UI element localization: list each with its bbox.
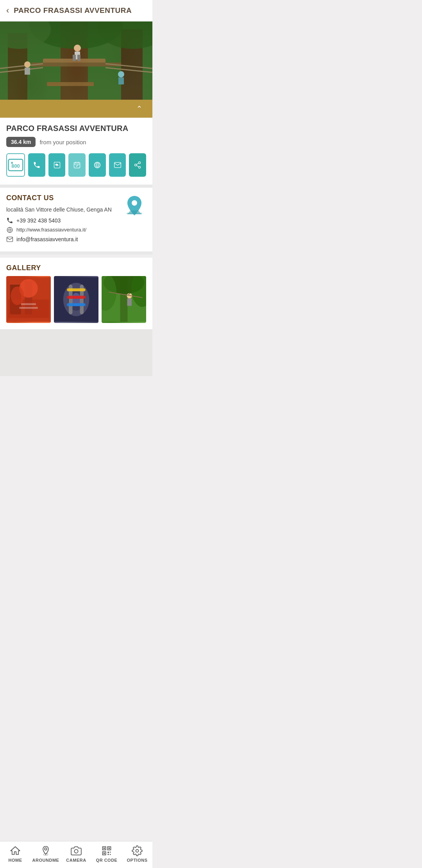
svg-rect-43	[127, 213, 142, 214]
phone-icon	[33, 161, 41, 169]
svg-text:800: 800	[11, 163, 20, 169]
bottom-space	[0, 329, 152, 376]
phone-800-icon: 800	[7, 156, 24, 174]
map-icon-container[interactable]	[123, 194, 146, 219]
contact-website-row: http://www.frasassiavventura.it/	[6, 226, 123, 233]
content-card: PARCO FRASASSI AVVENTURA 36.4 km from yo…	[0, 118, 152, 185]
gallery-thumb-1[interactable]	[6, 276, 51, 323]
svg-line-37	[136, 165, 139, 167]
contact-section: CONTACT US località San Vittore delle Ch…	[0, 188, 152, 251]
action-buttons: 800	[6, 153, 146, 177]
gallery-section: GALLERY	[0, 258, 152, 329]
svg-rect-60	[67, 303, 86, 306]
svg-rect-21	[118, 77, 124, 84]
gallery-thumb-2[interactable]	[54, 276, 98, 323]
hero-svg	[0, 22, 152, 100]
social-share-icon	[134, 161, 141, 169]
svg-rect-18	[25, 68, 30, 75]
svg-point-20	[118, 71, 124, 77]
globe-contact-icon	[6, 226, 13, 233]
svg-rect-67	[127, 298, 132, 306]
gallery-image-1-svg	[6, 276, 51, 323]
contact-phone-row: +39 392 438 5403	[6, 217, 123, 224]
share-alt-icon	[53, 161, 61, 169]
gallery-image-2-svg	[54, 276, 98, 323]
gallery-image-3-svg	[102, 276, 146, 323]
header-title: PARCO FRASASSI AVVENTURA	[14, 6, 132, 15]
distance-badge: 36.4 km	[6, 137, 36, 147]
scroll-up-button[interactable]: ⌃	[132, 103, 146, 115]
phone-contact-icon	[6, 217, 13, 224]
svg-rect-51	[19, 307, 38, 309]
section-divider-2	[0, 251, 152, 255]
svg-point-36	[139, 166, 141, 168]
contact-info: CONTACT US località San Vittore delle Ch…	[6, 194, 123, 245]
btn-globe[interactable]	[89, 153, 106, 177]
email-contact-icon	[6, 236, 13, 243]
svg-point-42	[132, 200, 137, 206]
contact-address: località San Vittore delle Chiuse, Genga…	[6, 206, 123, 214]
contact-section-title: CONTACT US	[6, 194, 123, 202]
btn-social-share[interactable]	[129, 153, 146, 177]
svg-rect-41	[7, 237, 13, 242]
btn-phone[interactable]	[28, 153, 45, 177]
svg-rect-25	[74, 162, 80, 168]
svg-line-38	[136, 163, 139, 164]
svg-rect-11	[73, 55, 76, 61]
distance-text: from your position	[39, 139, 86, 145]
contact-website[interactable]: http://www.frasassiavventura.it/	[16, 227, 86, 233]
gallery-grid	[6, 276, 146, 323]
section-divider-1	[0, 185, 152, 188]
btn-calendar[interactable]	[68, 153, 86, 177]
svg-rect-50	[21, 303, 36, 305]
svg-rect-58	[67, 288, 86, 291]
map-large-icon	[123, 194, 146, 217]
svg-point-35	[135, 164, 137, 166]
scroll-up-bar: ⌃	[0, 100, 152, 118]
svg-point-49	[11, 286, 24, 305]
svg-rect-33	[114, 162, 121, 167]
hero-image	[0, 22, 152, 100]
btn-email[interactable]	[109, 153, 126, 177]
svg-rect-12	[77, 55, 80, 61]
contact-email-row: info@frasassiavventura.it	[6, 236, 123, 243]
btn-share-alt[interactable]	[48, 153, 66, 177]
svg-point-34	[139, 162, 141, 164]
contact-phone[interactable]: +39 392 438 5403	[16, 217, 61, 224]
gallery-section-title: GALLERY	[6, 264, 146, 272]
email-icon	[114, 161, 122, 169]
gallery-thumb-3[interactable]	[102, 276, 146, 323]
svg-point-9	[74, 45, 81, 52]
back-button[interactable]: ‹	[6, 5, 9, 16]
header: ‹ PARCO FRASASSI AVVENTURA	[0, 0, 152, 22]
distance-row: 36.4 km from your position	[6, 137, 146, 147]
calendar-icon	[73, 161, 81, 169]
place-title: PARCO FRASASSI AVVENTURA	[6, 124, 146, 133]
svg-rect-59	[67, 296, 86, 299]
svg-point-17	[24, 61, 30, 68]
btn-800-number[interactable]: 800	[6, 153, 25, 177]
contact-email[interactable]: info@frasassiavventura.it	[16, 236, 78, 242]
globe-icon	[93, 161, 101, 169]
svg-rect-19	[47, 82, 94, 86]
